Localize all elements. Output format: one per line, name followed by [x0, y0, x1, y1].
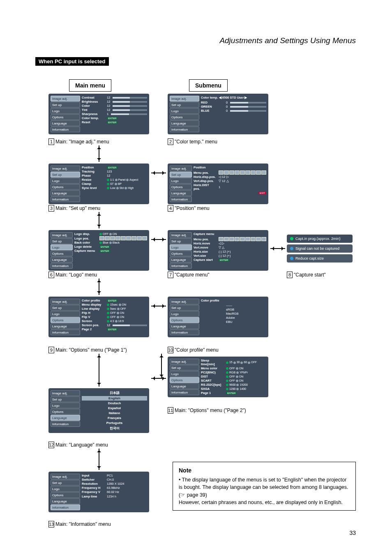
side-item: Information: [170, 389, 199, 395]
side-item: Information: [170, 263, 192, 269]
panel-content: Contrast12Brightness12Color12Tint12Sharp…: [82, 96, 147, 132]
caption-4: 4"Position" menu: [168, 205, 210, 212]
arrow-icon: [151, 306, 166, 306]
side-item: Information: [51, 421, 80, 427]
side-item: Information: [170, 196, 192, 202]
caption-11: 11Main: "Options" menu ("Page 2"): [168, 407, 246, 414]
caption-2: 2"Color temp." menu: [168, 138, 217, 145]
side-item: Set up: [170, 172, 192, 177]
condition-badge: When PC input is selected: [35, 57, 109, 66]
side-item: Set up: [170, 305, 199, 311]
arrow-icon: [151, 173, 166, 173]
panel-logo: Image adj.Set upLogoOptionsLanguageInfor…: [48, 230, 149, 271]
panel-options-p2: Image adj.Set upLogoOptionsLanguageInfor…: [168, 357, 268, 397]
status-led-icon: [290, 237, 293, 240]
side-item: Options: [51, 114, 80, 120]
panel-position: Image adj.Set upLogoOptionsLanguageInfor…: [168, 164, 268, 204]
side-item: Options: [170, 114, 199, 120]
arrow-icon: [270, 248, 285, 249]
side-item: Logo: [170, 311, 199, 317]
arrow-icon: [99, 449, 99, 470]
side-item: Language: [170, 383, 199, 389]
side-item: Language: [51, 190, 80, 196]
side-item: Logo: [51, 244, 73, 250]
side-item: Options: [170, 251, 192, 256]
side-item: Information: [51, 263, 73, 269]
side-item: Image adj.: [170, 359, 199, 364]
side-item: Set up: [51, 396, 80, 402]
panel-capture-start: Capt.in prog.(approx. 2min) Signal can n…: [287, 235, 353, 263]
arrow-icon: [99, 279, 99, 295]
caption-12: 12Main: "Language" menu: [48, 442, 108, 448]
side-item: Image adj.: [51, 299, 80, 304]
side-item: Options: [51, 317, 80, 323]
side-item: Information: [51, 504, 80, 510]
page-number: 33: [349, 530, 356, 536]
side-item: Image adj.: [51, 474, 80, 479]
side-item: Information: [51, 329, 80, 335]
arrow-icon: [151, 239, 166, 240]
panel-setup: Image adj.Set upLogoOptionsLanguageInfor…: [48, 164, 149, 204]
section-header: Adjustments and Settings Using Menus: [219, 36, 356, 45]
side-item: Set up: [170, 102, 199, 108]
panel-color-temp: Image adj.Set upLogoOptionsLanguageInfor…: [168, 94, 268, 134]
submenu-label: Submenu: [189, 79, 228, 92]
arrow-icon: [99, 212, 99, 228]
side-item: Image adj.: [51, 232, 73, 238]
side-item: Information: [170, 329, 199, 335]
arrow-icon: [161, 354, 162, 378]
side-item: Set up: [51, 102, 80, 108]
side-item: Language: [170, 120, 199, 126]
panel-image-adj: Image adj.Set upLogoOptionsLanguageInfor…: [48, 94, 149, 134]
side-item: Logo: [170, 108, 199, 114]
side-item: Options: [170, 377, 199, 383]
side-item: Language: [51, 120, 80, 126]
side-item: Language: [51, 415, 80, 421]
side-item: Image adj.: [51, 166, 80, 171]
side-item: Image adj.: [51, 96, 80, 101]
note-box: Note • The display language of the menus…: [173, 462, 356, 511]
arrow-icon: [151, 378, 166, 379]
side-item: Options: [51, 409, 80, 415]
main-menu-label: Main menu: [69, 79, 111, 92]
side-item: Logo: [51, 178, 80, 184]
side-item: Language: [170, 190, 192, 196]
side-item: Image adj.: [51, 390, 80, 396]
panel-language: Image adj.Set upLogoOptionsLanguageInfor…: [48, 388, 149, 433]
caption-10: 10"Color profile" menu: [168, 347, 219, 353]
caption-8: 8"Capture start": [287, 272, 326, 278]
side-item: Set up: [51, 305, 80, 311]
side-item: Set up: [170, 365, 199, 371]
side-item: Options: [51, 492, 80, 498]
side-item: Options: [51, 251, 73, 256]
side-item: Set up: [170, 238, 192, 244]
panel-options-p1: Image adj.Set upLogoOptionsLanguageInfor…: [48, 297, 149, 337]
side-item: Logo: [51, 311, 80, 317]
side-item: Information: [51, 127, 80, 132]
side-item: Language: [170, 257, 192, 263]
caption-1: 1Main: "Image adj." menu: [48, 138, 109, 145]
arrow-icon: [99, 145, 99, 162]
note-title: Note: [179, 466, 350, 474]
side-item: Image adj.: [170, 232, 192, 238]
side-item: Logo: [51, 486, 80, 492]
side-item: Language: [170, 323, 199, 329]
side-item: Language: [51, 498, 80, 504]
panel-information: Image adj.Set upLogoOptionsLanguageInfor…: [48, 472, 149, 512]
side-item: Language: [51, 257, 73, 263]
side-item: Set up: [51, 480, 80, 486]
caption-7: 7"Capture menu": [168, 272, 210, 278]
side-item: Logo: [170, 371, 199, 377]
side-item: Options: [170, 184, 192, 190]
side-item: Information: [170, 127, 199, 132]
caption-13: 13Main: "Information" menu: [48, 521, 111, 527]
side-item: Logo: [170, 178, 192, 184]
arrow-icon: [99, 354, 99, 387]
note-body: • The display language of the menus is s…: [179, 476, 350, 506]
caption-9: 9Main: "Options" menu ("Page 1"): [48, 347, 127, 353]
side-item: Language: [51, 323, 80, 329]
panel-color-profile: Image adj.Set upLogoOptionsLanguageInfor…: [168, 297, 268, 337]
side-item: Options: [170, 317, 199, 323]
panel-capture: Image adj.Set upLogoOptionsLanguageInfor…: [168, 230, 268, 271]
side-item: Set up: [51, 238, 73, 244]
